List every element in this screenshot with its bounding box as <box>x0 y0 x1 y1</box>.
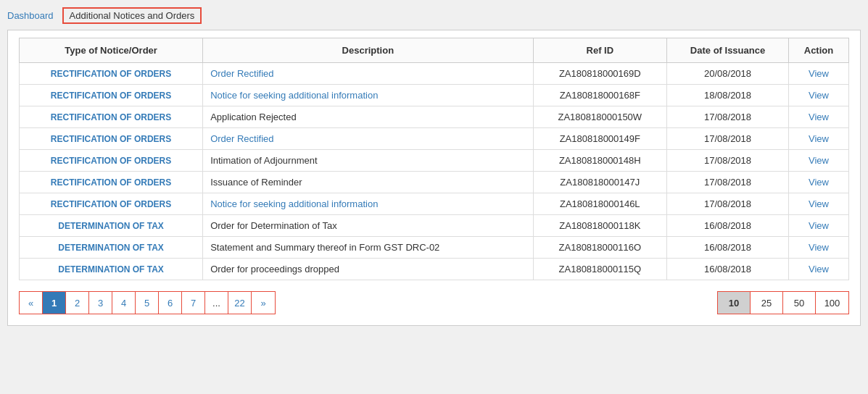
table-row: DETERMINATION OF TAX Order for proceedin… <box>20 259 849 280</box>
pagination: «1234567...22» <box>19 291 276 314</box>
cell-date: 17/08/2018 <box>667 106 789 128</box>
cell-type: RECTIFICATION OF ORDERS <box>20 172 203 193</box>
table-row: RECTIFICATION OF ORDERS Order Rectified … <box>20 128 849 150</box>
pagination-item-»[interactable]: » <box>252 292 275 314</box>
pagination-item-22[interactable]: 22 <box>228 292 252 314</box>
view-link[interactable]: View <box>809 112 829 122</box>
cell-refid: ZA180818000149F <box>533 128 667 150</box>
view-link[interactable]: View <box>809 90 829 101</box>
cell-description: Notice for seeking additional informatio… <box>203 85 533 106</box>
cell-description: Statement and Summary thereof in Form GS… <box>203 237 533 259</box>
notices-table: Type of Notice/Order Description Ref ID … <box>19 38 849 280</box>
cell-action[interactable]: View <box>788 193 848 215</box>
cell-refid: ZA180818000148H <box>533 150 667 172</box>
cell-description: Intimation of Adjournment <box>203 150 533 172</box>
cell-type: DETERMINATION OF TAX <box>20 215 203 237</box>
table-row: DETERMINATION OF TAX Statement and Summa… <box>20 237 849 259</box>
dashboard-link[interactable]: Dashboard <box>7 10 54 21</box>
view-link[interactable]: View <box>809 220 829 231</box>
cell-action[interactable]: View <box>788 85 848 106</box>
pagination-item-2[interactable]: 2 <box>66 292 89 314</box>
cell-action[interactable]: View <box>788 150 848 172</box>
col-header-date: Date of Issuance <box>667 38 789 63</box>
cell-date: 20/08/2018 <box>667 63 789 85</box>
cell-refid: ZA180818000118K <box>533 215 667 237</box>
cell-refid: ZA180818000150W <box>533 106 667 128</box>
page-size-100[interactable]: 100 <box>816 292 848 314</box>
main-container: Type of Notice/Order Description Ref ID … <box>7 30 861 326</box>
cell-date: 16/08/2018 <box>667 237 789 259</box>
view-link[interactable]: View <box>809 242 829 253</box>
cell-description: Order Rectified <box>203 63 533 85</box>
cell-refid: ZA180818000147J <box>533 172 667 193</box>
pagination-dots: ... <box>205 292 228 314</box>
cell-description: Order Rectified <box>203 128 533 150</box>
page-size-selector: 102550100 <box>717 291 849 314</box>
cell-refid: ZA180818000115Q <box>533 259 667 280</box>
cell-description: Order for Determination of Tax <box>203 215 533 237</box>
pagination-item-5[interactable]: 5 <box>136 292 159 314</box>
col-header-action: Action <box>788 38 848 63</box>
cell-date: 17/08/2018 <box>667 172 789 193</box>
view-link[interactable]: View <box>809 264 829 274</box>
cell-date: 17/08/2018 <box>667 150 789 172</box>
cell-type: DETERMINATION OF TAX <box>20 237 203 259</box>
cell-date: 17/08/2018 <box>667 193 789 215</box>
page-size-10[interactable]: 10 <box>718 292 751 314</box>
cell-action[interactable]: View <box>788 215 848 237</box>
page-size-50[interactable]: 50 <box>783 292 816 314</box>
cell-refid: ZA180818000168F <box>533 85 667 106</box>
page-size-25[interactable]: 25 <box>751 292 783 314</box>
view-link[interactable]: View <box>809 68 829 79</box>
cell-type: RECTIFICATION OF ORDERS <box>20 63 203 85</box>
table-row: DETERMINATION OF TAX Order for Determina… <box>20 215 849 237</box>
cell-description: Application Rejected <box>203 106 533 128</box>
table-row: RECTIFICATION OF ORDERS Order Rectified … <box>20 63 849 85</box>
cell-type: DETERMINATION OF TAX <box>20 259 203 280</box>
cell-action[interactable]: View <box>788 63 848 85</box>
view-link[interactable]: View <box>809 198 829 209</box>
table-row: RECTIFICATION OF ORDERS Issuance of Remi… <box>20 172 849 193</box>
col-header-type: Type of Notice/Order <box>20 38 203 63</box>
breadcrumb: Dashboard Additional Notices and Orders <box>7 7 861 24</box>
pagination-item-4[interactable]: 4 <box>112 292 136 314</box>
cell-date: 17/08/2018 <box>667 128 789 150</box>
cell-description: Order for proceedings dropped <box>203 259 533 280</box>
pagination-item-1[interactable]: 1 <box>43 292 66 314</box>
breadcrumb-current: Additional Notices and Orders <box>62 7 202 24</box>
view-link[interactable]: View <box>809 133 829 144</box>
cell-description: Notice for seeking additional informatio… <box>203 193 533 215</box>
cell-date: 16/08/2018 <box>667 259 789 280</box>
cell-action[interactable]: View <box>788 237 848 259</box>
cell-action[interactable]: View <box>788 106 848 128</box>
cell-description: Issuance of Reminder <box>203 172 533 193</box>
cell-type: RECTIFICATION OF ORDERS <box>20 150 203 172</box>
cell-date: 18/08/2018 <box>667 85 789 106</box>
view-link[interactable]: View <box>809 155 829 166</box>
cell-type: RECTIFICATION OF ORDERS <box>20 106 203 128</box>
cell-type: RECTIFICATION OF ORDERS <box>20 193 203 215</box>
col-header-description: Description <box>203 38 533 63</box>
cell-refid: ZA180818000146L <box>533 193 667 215</box>
cell-refid: ZA180818000169D <box>533 63 667 85</box>
cell-action[interactable]: View <box>788 259 848 280</box>
table-row: RECTIFICATION OF ORDERS Notice for seeki… <box>20 85 849 106</box>
col-header-refid: Ref ID <box>533 38 667 63</box>
cell-action[interactable]: View <box>788 172 848 193</box>
pagination-item-3[interactable]: 3 <box>89 292 112 314</box>
pagination-item-7[interactable]: 7 <box>182 292 205 314</box>
cell-refid: ZA180818000116O <box>533 237 667 259</box>
table-row: RECTIFICATION OF ORDERS Intimation of Ad… <box>20 150 849 172</box>
view-link[interactable]: View <box>809 177 829 188</box>
table-header-row: Type of Notice/Order Description Ref ID … <box>20 38 849 63</box>
cell-type: RECTIFICATION OF ORDERS <box>20 128 203 150</box>
cell-date: 16/08/2018 <box>667 215 789 237</box>
table-row: RECTIFICATION OF ORDERS Application Reje… <box>20 106 849 128</box>
cell-action[interactable]: View <box>788 128 848 150</box>
pagination-item-«[interactable]: « <box>20 292 43 314</box>
table-footer: «1234567...22» 102550100 <box>19 291 849 314</box>
table-row: RECTIFICATION OF ORDERS Notice for seeki… <box>20 193 849 215</box>
pagination-item-6[interactable]: 6 <box>159 292 182 314</box>
cell-type: RECTIFICATION OF ORDERS <box>20 85 203 106</box>
